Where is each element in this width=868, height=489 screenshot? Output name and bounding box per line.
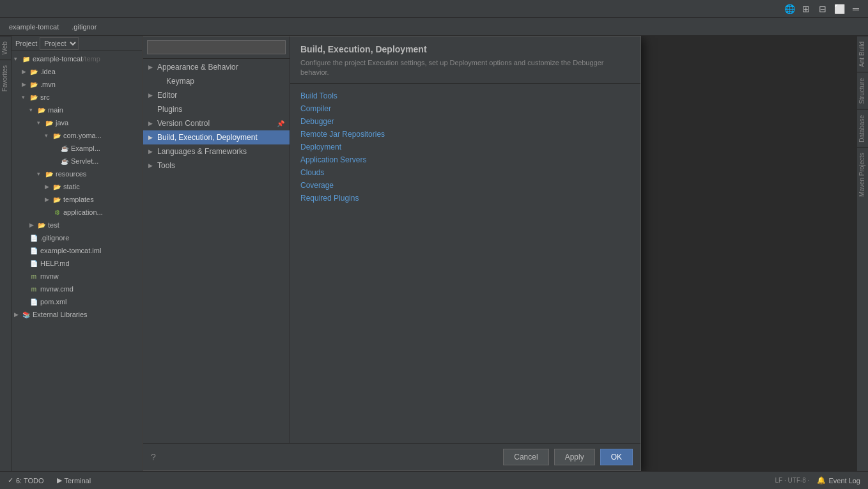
tree-external-libs[interactable]: ▶ 📚 External Libraries	[12, 308, 142, 321]
tab-example-tomcat[interactable]: example-tomcat	[5, 22, 63, 32]
help-icon[interactable]: ?	[151, 452, 156, 462]
bottom-bar: ✓ 6: TODO ▶ Terminal LF · UTF-8 · 🔔 Even…	[0, 471, 868, 489]
label-servlet: Servlet...	[71, 157, 98, 165]
tree-exampl[interactable]: ☕ Exampl...	[12, 142, 142, 155]
tree-java[interactable]: ▾ 📂 java	[12, 116, 142, 129]
label-tools: Tools	[157, 161, 175, 170]
link-required-plugins[interactable]: Required Plugins	[300, 194, 630, 203]
icon-project: 📁	[22, 54, 31, 63]
tree-templates[interactable]: ▶ 📂 templates	[12, 193, 142, 206]
tree-root[interactable]: ▾ 📁 example-tomcat /temp	[12, 52, 142, 65]
ok-button[interactable]: OK	[600, 449, 633, 465]
label-exampl: Exampl...	[71, 144, 100, 152]
label-keymap: Keymap	[166, 77, 194, 86]
tree-resources[interactable]: ▾ 📂 resources	[12, 167, 142, 180]
label-appearance: Appearance & Behavior	[157, 63, 238, 72]
project-sidebar: Project Project ▾ 📁 example-tomcat /temp…	[12, 36, 143, 471]
bottom-right-icons: LF · UTF-8 ·	[775, 477, 810, 484]
tree-mvnw[interactable]: m mvnw	[12, 270, 142, 283]
link-build-tools[interactable]: Build Tools	[300, 91, 630, 100]
link-app-servers[interactable]: Application Servers	[300, 155, 630, 164]
icon-grid[interactable]: ⊞	[799, 2, 813, 16]
right-tab-ant-build[interactable]: Ant Build	[857, 36, 868, 72]
arrow-vcs: ▶	[148, 120, 157, 127]
link-deployment[interactable]: Deployment	[300, 143, 630, 151]
tree-iml[interactable]: 📄 example-tomcat.iml	[12, 244, 142, 257]
nav-item-vcs[interactable]: ▶ Version Control 📌	[143, 116, 290, 130]
tree-servlet[interactable]: ☕ Servlet...	[12, 155, 142, 167]
right-tab-structure[interactable]: Structure	[857, 72, 868, 109]
search-input[interactable]	[147, 40, 286, 54]
arrow-test: ▶	[29, 222, 37, 228]
tree-com[interactable]: ▾ 📂 com.yoma...	[12, 129, 142, 142]
link-debugger[interactable]: Debugger	[300, 117, 630, 126]
icon-external-libs: 📚	[22, 310, 31, 319]
content-body: Build Tools Compiler Debugger Remote Jar…	[290, 84, 640, 443]
icon-idea: 📂	[29, 67, 38, 76]
tree-idea[interactable]: ▶ 📂 .idea	[12, 65, 142, 78]
label-pomxml: pom.xml	[40, 298, 67, 306]
icon-world[interactable]: 🌐	[782, 2, 796, 16]
tree-gitignore[interactable]: 📄 .gitignore	[12, 231, 142, 244]
right-tab-maven[interactable]: Maven Projects	[857, 147, 868, 202]
terminal-icon: ▶	[57, 476, 62, 485]
link-compiler[interactable]: Compiler	[300, 104, 630, 113]
link-remote-jar[interactable]: Remote Jar Repositories	[300, 130, 630, 139]
content-desc: Configure the project Execution settings…	[300, 58, 630, 78]
nav-item-editor[interactable]: ▶ Editor	[143, 88, 290, 102]
arrow-resources: ▾	[37, 171, 45, 177]
label-java: java	[56, 119, 68, 127]
nav-item-appearance[interactable]: ▶ Appearance & Behavior	[143, 60, 290, 74]
label-gitignore: .gitignore	[40, 234, 69, 242]
icon-expand[interactable]: ⬜	[832, 2, 846, 16]
label-main: main	[48, 106, 63, 114]
label-languages: Languages & Frameworks	[157, 147, 247, 156]
icon-test: 📂	[37, 221, 46, 229]
arrow-src: ▾	[22, 94, 29, 100]
tab-gitignore[interactable]: .gitignor	[68, 22, 100, 32]
dialog-footer: ? Cancel Apply OK	[143, 443, 640, 470]
tree-main[interactable]: ▾ 📂 main	[12, 104, 142, 116]
icon-static: 📂	[52, 182, 61, 191]
tree-pomxml[interactable]: 📄 pom.xml	[12, 295, 142, 308]
project-scope-select[interactable]: Project	[40, 37, 79, 50]
link-coverage[interactable]: Coverage	[300, 181, 630, 190]
link-clouds[interactable]: Clouds	[300, 168, 630, 177]
pin-icon-vcs: 📌	[277, 120, 284, 127]
nav-item-languages[interactable]: ▶ Languages & Frameworks	[143, 144, 290, 159]
tree-help[interactable]: 📄 HELP.md	[12, 257, 142, 270]
bottom-tab-todo[interactable]: ✓ 6: TODO	[5, 475, 47, 486]
label-mvnw: mvnw	[40, 272, 59, 280]
icon-minus[interactable]: ⊟	[816, 2, 830, 16]
root-path: /temp	[82, 55, 100, 63]
arrow-appearance: ▶	[148, 64, 157, 70]
label-help: HELP.md	[40, 260, 70, 267]
nav-item-keymap[interactable]: Keymap	[143, 74, 290, 88]
cancel-button[interactable]: Cancel	[503, 449, 548, 465]
left-tab-web[interactable]: Web	[0, 36, 11, 59]
nav-panel: ▶ Appearance & Behavior Keymap ▶	[143, 36, 290, 443]
label-iml: example-tomcat.iml	[40, 247, 101, 254]
apply-button[interactable]: Apply	[554, 449, 595, 465]
arrow-root: ▾	[14, 56, 22, 62]
icon-settings[interactable]: ═	[849, 2, 863, 16]
tree-static[interactable]: ▶ 📂 static	[12, 180, 142, 193]
tree-test[interactable]: ▶ 📂 test	[12, 219, 142, 231]
tree-application[interactable]: ⚙ application...	[12, 206, 142, 219]
content-panel: Build, Execution, Deployment Configure t…	[290, 36, 640, 443]
arrow-external-libs: ▶	[14, 311, 22, 318]
bottom-tab-event-log[interactable]: 🔔 Event Log	[814, 475, 863, 486]
nav-item-tools[interactable]: ▶ Tools	[143, 159, 290, 173]
icon-src: 📂	[29, 93, 38, 102]
bottom-tab-terminal[interactable]: ▶ Terminal	[54, 475, 94, 486]
tree-mvnwcmd[interactable]: m mvnw.cmd	[12, 283, 142, 295]
nav-item-plugins[interactable]: Plugins	[143, 102, 290, 116]
nav-item-build[interactable]: ▶ Build, Execution, Deployment	[143, 130, 290, 144]
label-src: src	[40, 93, 50, 101]
icon-mvnw: m	[29, 272, 38, 281]
arrow-java: ▾	[37, 120, 45, 126]
tree-src[interactable]: ▾ 📂 src	[12, 91, 142, 104]
tree-mvn[interactable]: ▶ 📂 .mvn	[12, 78, 142, 91]
left-tab-favorites[interactable]: Favorites	[0, 59, 11, 97]
right-tab-database[interactable]: Database	[857, 109, 868, 148]
